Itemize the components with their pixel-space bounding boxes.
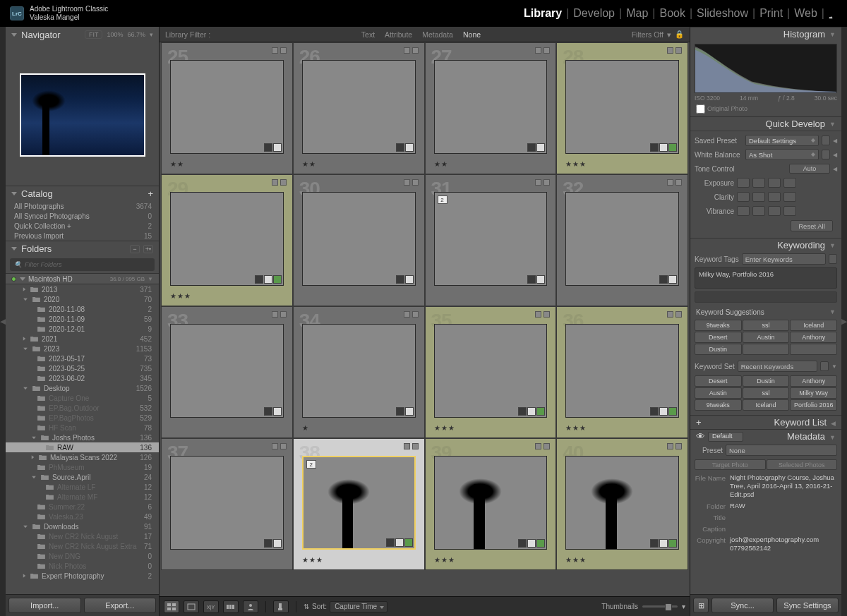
thumbnail-image[interactable] xyxy=(170,192,284,286)
flag-icon[interactable] xyxy=(675,311,682,318)
kw-set-menu[interactable] xyxy=(820,361,829,371)
filters-off-label[interactable]: Filters Off xyxy=(632,30,663,39)
view-loupe-button[interactable] xyxy=(184,600,199,613)
module-slideshow[interactable]: Slideshow xyxy=(692,7,752,20)
flag-icon[interactable] xyxy=(667,179,673,186)
module-develop[interactable]: Develop xyxy=(569,7,619,20)
flag-icon[interactable] xyxy=(667,311,673,318)
thumbnail-image[interactable] xyxy=(565,192,679,286)
original-photo-toggle[interactable]: Original Photo xyxy=(690,104,841,116)
folder-row[interactable]: Valeska.2349 xyxy=(6,512,159,521)
flag-icon[interactable] xyxy=(667,443,673,449)
kw-tags-dropdown[interactable]: Enter Keywords xyxy=(742,253,826,265)
sort-direction-icon[interactable]: ⇅ xyxy=(304,603,309,610)
rating-stars[interactable]: ★★★ xyxy=(302,556,323,564)
kw-set-disclose-icon[interactable]: ▼ xyxy=(831,363,837,370)
thumbnail-image[interactable] xyxy=(565,60,679,154)
badge-icon[interactable] xyxy=(650,539,659,548)
filter-text[interactable]: Text xyxy=(361,30,375,39)
sort-dropdown[interactable]: Capture Time xyxy=(330,601,388,612)
badge-icon[interactable] xyxy=(255,275,263,284)
flag-icon[interactable] xyxy=(535,443,541,449)
grid-cell[interactable]: 34 ★ xyxy=(293,306,425,438)
histogram-plot[interactable] xyxy=(695,44,837,93)
badge-icon[interactable] xyxy=(659,143,668,152)
module-library[interactable]: Library xyxy=(519,7,566,20)
thumbnail-image[interactable]: 2 xyxy=(434,192,548,286)
grid-cell[interactable]: 25 ★★ xyxy=(161,42,293,174)
badge-icon[interactable] xyxy=(527,407,536,416)
keywordlist-add-icon[interactable]: + xyxy=(696,417,702,428)
qd-vib-dec1[interactable] xyxy=(752,206,765,216)
flag-icon[interactable] xyxy=(280,443,287,449)
metadata-eye-icon[interactable]: 👁 xyxy=(696,431,705,442)
filter-metadata[interactable]: Metadata xyxy=(422,30,453,39)
thumbnail-image[interactable] xyxy=(434,60,548,154)
grid-cell[interactable]: 30 xyxy=(293,174,425,306)
navigator-disclose-icon[interactable] xyxy=(11,33,17,37)
module-map[interactable]: Map xyxy=(622,7,652,20)
grid-cell[interactable]: 28 ★★★ xyxy=(556,42,688,174)
rating-stars[interactable]: ★★ xyxy=(434,160,448,168)
qd-vib-inc1[interactable] xyxy=(768,206,781,216)
catalog-add-icon[interactable]: + xyxy=(148,188,153,199)
catalog-item[interactable]: All Photographs3674 xyxy=(6,201,159,211)
badge-icon[interactable] xyxy=(527,275,536,284)
sync-button[interactable]: Sync... xyxy=(711,598,774,613)
folder-row[interactable]: Desktop1526 xyxy=(6,383,159,393)
folder-row[interactable]: Alternate MF12 xyxy=(6,492,159,502)
quickdev-header[interactable]: Quick Develop▼ xyxy=(690,116,841,131)
rating-stars[interactable]: ★★★ xyxy=(434,556,455,564)
qd-reset-button[interactable]: Reset All xyxy=(791,220,833,231)
badge-icon[interactable] xyxy=(650,407,659,416)
grid-cell[interactable]: 35 ★★★ xyxy=(425,306,557,438)
kw-set-chip[interactable]: Dustin xyxy=(743,375,790,387)
filter-lock-icon[interactable]: 🔒 xyxy=(675,30,684,39)
badge-icon[interactable] xyxy=(527,143,536,152)
flag-icon[interactable] xyxy=(543,47,550,54)
folder-row[interactable]: EP.Bag.Outdoor532 xyxy=(6,403,159,413)
badge-icon[interactable] xyxy=(659,539,668,548)
left-panel-handle[interactable]: ◀ xyxy=(0,27,6,616)
nav-zoom-custom[interactable]: 66.7% xyxy=(127,31,145,38)
badge-icon[interactable] xyxy=(396,143,404,152)
grid-cell[interactable]: 31 2 xyxy=(425,174,557,306)
meta-selected-button[interactable]: Selected Photos xyxy=(767,459,838,470)
kw-set-dropdown[interactable]: Recent Keywords xyxy=(738,361,817,372)
kw-tags-menu[interactable] xyxy=(829,254,837,264)
keywording-header[interactable]: Keywording▼ xyxy=(690,238,841,252)
badge-icon[interactable] xyxy=(404,538,413,547)
folder-row[interactable]: Summer.226 xyxy=(6,502,159,512)
grid-cell[interactable]: 33 xyxy=(161,306,293,438)
qd-cla-inc1[interactable] xyxy=(768,192,781,202)
flag-icon[interactable] xyxy=(272,179,278,186)
flag-icon[interactable] xyxy=(272,311,278,318)
badge-icon[interactable] xyxy=(668,407,677,416)
folder-row[interactable]: Downloads91 xyxy=(6,521,159,531)
thumbnail-image[interactable]: 2 xyxy=(302,456,416,550)
volume-menu-icon[interactable]: ▼ xyxy=(148,276,153,282)
badge-icon[interactable] xyxy=(668,539,677,548)
badge-icon[interactable] xyxy=(527,539,536,548)
folder-row[interactable]: Alternate LF12 xyxy=(6,482,159,492)
catalog-header[interactable]: Catalog + xyxy=(6,186,159,201)
badge-icon[interactable] xyxy=(659,407,668,416)
folders-header[interactable]: Folders − +▾ xyxy=(6,241,159,256)
badge-icon[interactable] xyxy=(536,407,545,416)
kw-set-chip[interactable]: Anthony xyxy=(790,375,837,387)
catalog-item[interactable]: Quick Collection +2 xyxy=(6,221,159,231)
rating-stars[interactable]: ★★★ xyxy=(565,556,587,564)
badge-icon[interactable] xyxy=(536,539,545,548)
folder-row[interactable]: Nick Photos0 xyxy=(6,561,159,571)
qd-vib-dec2[interactable] xyxy=(737,206,750,216)
folder-row[interactable]: 202070 xyxy=(6,294,159,304)
thumbnail-image[interactable] xyxy=(434,456,548,550)
grid-cell[interactable]: 26 ★★ xyxy=(293,42,425,174)
folder-row[interactable]: 20231153 xyxy=(6,344,159,354)
qd-preset-disclose-icon[interactable]: ◀ xyxy=(833,138,837,144)
flag-icon[interactable] xyxy=(272,47,278,54)
kw-set-chip[interactable]: Milky Way xyxy=(790,387,837,399)
badge-icon[interactable] xyxy=(264,275,272,284)
rating-stars[interactable]: ★★ xyxy=(302,160,316,168)
toolbar-menu-icon[interactable]: ▾ xyxy=(682,603,685,610)
